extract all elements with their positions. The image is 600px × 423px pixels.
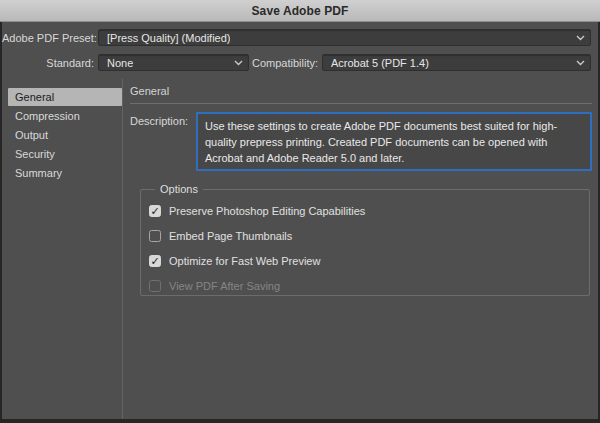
standard-value: None xyxy=(107,57,133,69)
standard-label: Standard: xyxy=(2,57,94,69)
preset-value: [Press Quality] (Modified) xyxy=(107,32,230,44)
options-legend: Options xyxy=(155,183,203,195)
sidebar-item-label: Output xyxy=(15,129,48,141)
dialog-body: Adobe PDF Preset: [Press Quality] (Modif… xyxy=(2,22,598,419)
checkbox-label: Optimize for Fast Web Preview xyxy=(169,255,320,267)
sidebar-item-label: Security xyxy=(15,148,55,160)
options-group: Options ✓ Preserve Photoshop Editing Cap… xyxy=(140,189,590,296)
checkbox-icon xyxy=(149,280,161,292)
checkbox-view-pdf-after-saving: View PDF After Saving xyxy=(149,279,280,293)
checkbox-icon[interactable]: ✓ xyxy=(149,255,161,267)
compatibility-value: Acrobat 5 (PDF 1.4) xyxy=(331,57,429,69)
description-label: Description: xyxy=(130,115,188,127)
section-divider xyxy=(130,103,592,104)
sidebar-item-label: Summary xyxy=(15,167,62,179)
dialog-title: Save Adobe PDF xyxy=(252,4,349,18)
compatibility-label: Compatibility: xyxy=(226,57,318,69)
checkbox-embed-thumbnails[interactable]: Embed Page Thumbnails xyxy=(149,229,292,243)
description-textarea[interactable]: Use these settings to create Adobe PDF d… xyxy=(196,112,592,171)
sidebar-item-general[interactable]: General xyxy=(8,88,122,106)
sidebar-item-label: General xyxy=(15,91,54,103)
preset-label: Adobe PDF Preset: xyxy=(2,32,94,44)
sidebar-item-compression[interactable]: Compression xyxy=(8,107,122,125)
compatibility-dropdown[interactable]: Acrobat 5 (PDF 1.4) xyxy=(322,54,591,71)
checkbox-preserve-editing[interactable]: ✓ Preserve Photoshop Editing Capabilitie… xyxy=(149,204,365,218)
checkbox-optimize-web-preview[interactable]: ✓ Optimize for Fast Web Preview xyxy=(149,254,320,268)
checkbox-label: Preserve Photoshop Editing Capabilities xyxy=(169,205,365,217)
sidebar-item-output[interactable]: Output xyxy=(8,126,122,144)
sidebar-divider xyxy=(122,79,123,419)
checkbox-label: Embed Page Thumbnails xyxy=(169,230,292,242)
checkbox-icon[interactable]: ✓ xyxy=(149,205,161,217)
sidebar-item-security[interactable]: Security xyxy=(8,145,122,163)
checkbox-label: View PDF After Saving xyxy=(169,280,280,292)
preset-dropdown[interactable]: [Press Quality] (Modified) xyxy=(98,29,591,46)
dialog-titlebar: Save Adobe PDF xyxy=(0,0,600,22)
section-title: General xyxy=(130,85,169,97)
checkbox-icon[interactable] xyxy=(149,230,161,242)
chevron-down-icon xyxy=(576,60,585,66)
sidebar-item-summary[interactable]: Summary xyxy=(8,164,122,182)
chevron-down-icon xyxy=(576,35,585,41)
sidebar-item-label: Compression xyxy=(15,110,80,122)
